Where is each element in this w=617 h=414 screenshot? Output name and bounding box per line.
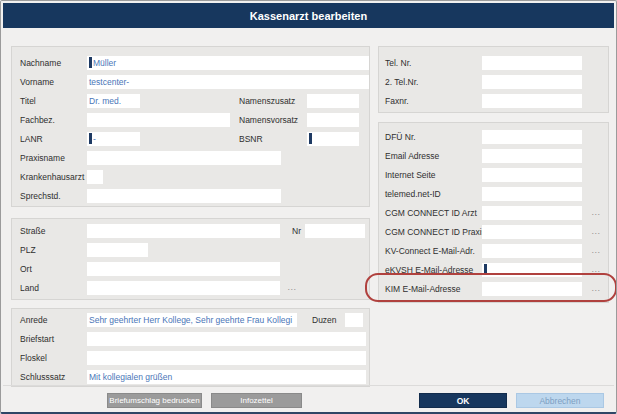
namenszusatz-input[interactable] — [307, 94, 359, 108]
anrede-value: Sehr geehrter Herr Kollege, Sehr geehrte… — [89, 315, 292, 325]
kassenarzt-dialog: Kassenarzt bearbeiten Nachname Müller Vo… — [0, 0, 617, 414]
ort-input[interactable] — [87, 262, 280, 276]
cgm-arzt-label: CGM CONNECT ID Arzt — [385, 206, 477, 220]
cgm-praxis-ellipsis-button[interactable]: ... — [588, 226, 604, 239]
panel-letter: Anrede Sehr geehrter Herr Kollege, Sehr … — [11, 308, 370, 387]
namensvorsatz-input[interactable] — [307, 113, 359, 127]
ort-label: Ort — [20, 262, 32, 276]
duzen-label: Duzen — [312, 313, 337, 327]
vorname-input[interactable]: testcenter- — [87, 75, 369, 89]
text-cursor — [484, 264, 487, 275]
schlusssatz-value: Mit kollegialen grüßen — [89, 372, 172, 382]
floskel-input[interactable] — [87, 351, 366, 365]
ok-button[interactable]: OK — [419, 393, 507, 408]
praxisname-input[interactable] — [87, 151, 281, 165]
land-label: Land — [20, 281, 39, 295]
cgm-arzt-input[interactable] — [482, 206, 582, 220]
dialog-title: Kassenarzt bearbeiten — [250, 10, 367, 22]
internet-input[interactable] — [482, 168, 582, 182]
infozettel-button[interactable]: Infozettel — [211, 393, 302, 408]
panel-online: DFÜ Nr. Email Adresse Internet Seite tel… — [378, 122, 609, 303]
nachname-input[interactable]: Müller — [87, 56, 369, 70]
text-cursor — [309, 133, 312, 144]
briefstart-input[interactable] — [87, 332, 366, 346]
namensvorsatz-label: Namensvorsatz — [239, 113, 298, 127]
titel-input[interactable]: Dr. med. — [87, 94, 140, 108]
anrede-input[interactable]: Sehr geehrter Herr Kollege, Sehr geehrte… — [87, 313, 297, 327]
schlusssatz-label: Schlusssatz — [20, 370, 65, 384]
lanr-label: LANR — [20, 132, 43, 146]
tel2-input[interactable] — [482, 75, 582, 89]
abbrechen-button[interactable]: Abbrechen — [516, 393, 604, 408]
telemed-input[interactable] — [482, 187, 582, 201]
kim-ellipsis-button[interactable]: ... — [588, 283, 604, 296]
anrede-label: Anrede — [20, 313, 47, 327]
tel2-label: 2. Tel.Nr. — [385, 75, 418, 89]
fachbez-label: Fachbez. — [20, 113, 55, 127]
sprechstd-label: Sprechstd. — [20, 189, 61, 203]
fachbez-input[interactable] — [87, 113, 230, 127]
email-label: Email Adresse — [385, 149, 439, 163]
cgm-praxis-label: CGM CONNECT ID Praxis — [385, 225, 486, 239]
bsnr-label: BSNR — [239, 132, 263, 146]
ekvsh-label: eKVSH E-Mail-Adresse — [385, 263, 473, 277]
briefstart-label: Briefstart — [20, 332, 54, 346]
floskel-label: Floskel — [20, 351, 47, 365]
strasse-input[interactable] — [87, 224, 280, 238]
panel-person: Nachname Müller Vorname testcenter- Tite… — [11, 46, 370, 207]
vorname-label: Vorname — [20, 75, 54, 89]
praxisname-label: Praxisname — [20, 151, 65, 165]
tel-label: Tel. Nr. — [385, 56, 411, 70]
footer-divider — [3, 385, 614, 386]
telemed-label: telemed.net-ID — [385, 187, 441, 201]
panel-address: Straße Nr PLZ Ort Land ... — [11, 218, 370, 300]
schlusssatz-input[interactable]: Mit kollegialen grüßen — [87, 370, 366, 384]
land-input[interactable] — [87, 281, 280, 295]
cgm-praxis-input[interactable] — [482, 225, 582, 239]
fax-label: Faxnr. — [385, 94, 409, 108]
nr-input[interactable] — [305, 224, 365, 238]
titel-label: Titel — [20, 94, 36, 108]
vorname-value: testcenter- — [89, 77, 129, 87]
lanr-input[interactable]: - — [87, 132, 140, 146]
email-input[interactable] — [482, 149, 582, 163]
titlebar[interactable]: Kassenarzt bearbeiten — [3, 3, 614, 28]
briefumschlag-bedrucken-button[interactable]: Briefumschlag bedrucken — [107, 393, 202, 408]
duzen-checkbox[interactable] — [345, 313, 363, 327]
kim-input[interactable] — [482, 282, 582, 296]
dfue-label: DFÜ Nr. — [385, 130, 416, 144]
plz-input[interactable] — [87, 243, 148, 257]
sprechstd-input[interactable] — [87, 189, 281, 203]
kv-connect-ellipsis-button[interactable]: ... — [588, 245, 604, 258]
internet-label: Internet Seite — [385, 168, 436, 182]
land-ellipsis-button[interactable]: ... — [284, 282, 300, 295]
titel-value: Dr. med. — [89, 96, 121, 106]
ekvsh-ellipsis-button[interactable]: ... — [588, 264, 604, 277]
panel-phone: Tel. Nr. 2. Tel.Nr. Faxnr. — [378, 46, 609, 113]
ekvsh-input[interactable] — [482, 263, 582, 277]
dfue-input[interactable] — [482, 130, 582, 144]
nachname-value: Müller — [93, 58, 116, 68]
text-cursor — [89, 57, 92, 68]
nachname-label: Nachname — [20, 56, 61, 70]
namenszusatz-label: Namenszusatz — [239, 94, 295, 108]
strasse-label: Straße — [20, 224, 46, 238]
nr-label: Nr — [292, 224, 301, 238]
krankenhausarzt-label: Krankenhausarzt — [20, 170, 84, 184]
kv-connect-label: KV-Connect E-Mail-Adr. — [385, 244, 475, 258]
bsnr-input[interactable] — [307, 132, 359, 146]
cgm-arzt-ellipsis-button[interactable]: ... — [588, 207, 604, 220]
krankenhausarzt-checkbox[interactable] — [87, 170, 103, 184]
tel-input[interactable] — [482, 56, 582, 70]
fax-input[interactable] — [482, 94, 582, 108]
kim-label: KIM E-Mail-Adresse — [385, 282, 461, 296]
plz-label: PLZ — [20, 243, 36, 257]
lanr-value: - — [93, 134, 96, 144]
kv-connect-input[interactable] — [482, 244, 582, 258]
text-cursor — [89, 133, 92, 144]
